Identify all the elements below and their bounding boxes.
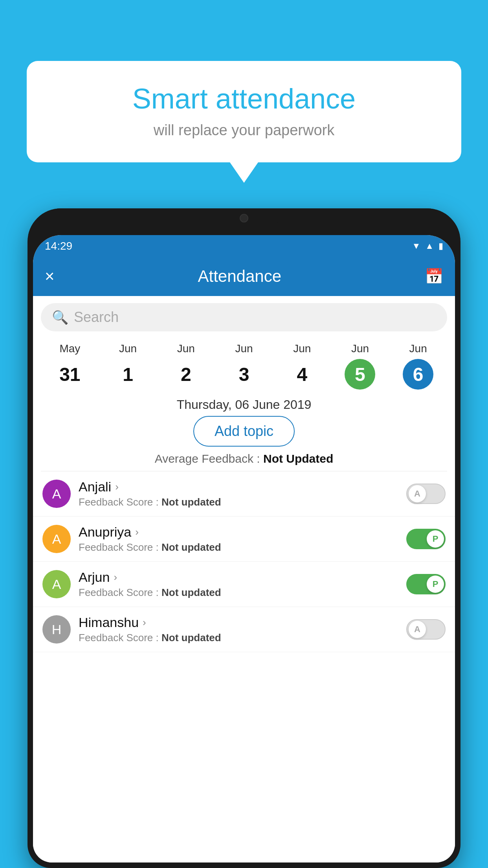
phone-frame: 14:29 ▼ ▲ ▮ × Attendance 📅 🔍 Search (28, 208, 460, 868)
cal-num-5: 5 (345, 359, 375, 390)
wifi-icon: ▼ (412, 241, 420, 251)
toggle-knob-arjun: P (427, 576, 444, 593)
cal-num-6: 6 (403, 359, 433, 390)
avg-feedback-label: Average Feedback : (155, 452, 260, 465)
student-avatar-anjali: A (42, 480, 71, 508)
student-row-arjun[interactable]: A Arjun › Feedback Score : Not updated P (33, 562, 455, 607)
search-bar[interactable]: 🔍 Search (41, 303, 447, 331)
chevron-icon-arjun: › (114, 571, 117, 583)
student-name-himanshu: Himanshu › (79, 615, 398, 630)
phone-top (28, 208, 460, 235)
toggle-himanshu[interactable]: A (406, 619, 446, 640)
phone-screen: 14:29 ▼ ▲ ▮ × Attendance 📅 🔍 Search (33, 235, 455, 862)
status-icons: ▼ ▲ ▮ (412, 241, 443, 251)
calendar-day-jun4[interactable]: Jun 4 (273, 342, 331, 390)
student-name-arjun: Arjun › (79, 570, 398, 585)
calendar-day-jun3[interactable]: Jun 3 (215, 342, 273, 390)
student-row-anjali[interactable]: A Anjali › Feedback Score : Not updated … (33, 471, 455, 517)
chevron-icon-himanshu: › (143, 616, 146, 629)
student-feedback-arjun: Feedback Score : Not updated (79, 587, 398, 599)
toggle-knob-anupriya: P (427, 530, 444, 548)
calendar-day-jun2[interactable]: Jun 2 (157, 342, 215, 390)
student-name-anjali: Anjali › (79, 479, 398, 495)
calendar-icon[interactable]: 📅 (425, 268, 443, 285)
status-time: 14:29 (45, 240, 72, 252)
avg-feedback-value: Not Updated (263, 452, 333, 465)
chevron-icon-anupriya: › (135, 526, 139, 538)
student-info-himanshu: Himanshu › Feedback Score : Not updated (79, 615, 398, 644)
toggle-knob-himanshu: A (409, 621, 426, 638)
add-topic-button[interactable]: Add topic (193, 416, 295, 447)
student-info-anupriya: Anupriya › Feedback Score : Not updated (79, 524, 398, 554)
toggle-knob-anjali: A (409, 485, 426, 502)
student-row-anupriya[interactable]: A Anupriya › Feedback Score : Not update… (33, 517, 455, 562)
speech-bubble-title: Smart attendance (50, 83, 438, 115)
avg-feedback: Average Feedback : Not Updated (33, 452, 455, 465)
phone-body: 🔍 Search May 31 Jun 1 Jun 2 (33, 296, 455, 862)
cal-num-1: 1 (113, 359, 143, 390)
selected-date: Thursday, 06 June 2019 (33, 397, 455, 412)
cal-month-0: May (59, 342, 80, 355)
chevron-icon-anjali: › (115, 481, 119, 493)
search-input-placeholder[interactable]: Search (74, 309, 119, 326)
app-bar-title: Attendance (198, 267, 282, 286)
speech-bubble-subtitle: will replace your paperwork (50, 122, 438, 139)
toggle-anjali[interactable]: A (406, 484, 446, 504)
student-info-anjali: Anjali › Feedback Score : Not updated (79, 479, 398, 508)
phone-notch (209, 208, 279, 228)
toggle-switch-anjali[interactable]: A (406, 484, 446, 504)
student-info-arjun: Arjun › Feedback Score : Not updated (79, 570, 398, 599)
student-name-anupriya: Anupriya › (79, 524, 398, 540)
calendar-day-jun1[interactable]: Jun 1 (99, 342, 157, 390)
student-feedback-anupriya: Feedback Score : Not updated (79, 541, 398, 554)
toggle-switch-anupriya[interactable]: P (406, 529, 446, 549)
student-feedback-himanshu: Feedback Score : Not updated (79, 632, 398, 644)
toggle-anupriya[interactable]: P (406, 529, 446, 549)
cal-month-6: Jun (409, 342, 427, 355)
cal-month-5: Jun (351, 342, 369, 355)
cal-month-4: Jun (293, 342, 311, 355)
cal-num-0: 31 (55, 359, 85, 390)
close-button[interactable]: × (45, 267, 55, 286)
toggle-switch-arjun[interactable]: P (406, 574, 446, 594)
student-feedback-anjali: Feedback Score : Not updated (79, 496, 398, 508)
student-avatar-himanshu: H (42, 615, 71, 644)
calendar-strip: May 31 Jun 1 Jun 2 Jun 3 (33, 335, 455, 394)
calendar-day-jun5[interactable]: Jun 5 (331, 342, 389, 390)
student-row-himanshu[interactable]: H Himanshu › Feedback Score : Not update… (33, 607, 455, 652)
search-icon: 🔍 (52, 309, 68, 325)
cal-num-4: 4 (287, 359, 317, 390)
speech-bubble: Smart attendance will replace your paper… (27, 61, 461, 162)
battery-icon: ▮ (438, 241, 443, 251)
app-bar: × Attendance 📅 (33, 257, 455, 296)
cal-month-2: Jun (177, 342, 195, 355)
signal-icon: ▲ (425, 241, 434, 251)
toggle-switch-himanshu[interactable]: A (406, 619, 446, 640)
phone-camera (240, 214, 248, 223)
cal-month-3: Jun (235, 342, 253, 355)
student-avatar-arjun: A (42, 570, 71, 598)
toggle-arjun[interactable]: P (406, 574, 446, 594)
student-avatar-anupriya: A (42, 525, 71, 553)
cal-num-2: 2 (171, 359, 201, 390)
status-bar: 14:29 ▼ ▲ ▮ (33, 235, 455, 257)
calendar-day-may31[interactable]: May 31 (41, 342, 99, 390)
cal-month-1: Jun (119, 342, 137, 355)
calendar-day-jun6[interactable]: Jun 6 (389, 342, 447, 390)
cal-num-3: 3 (229, 359, 259, 390)
